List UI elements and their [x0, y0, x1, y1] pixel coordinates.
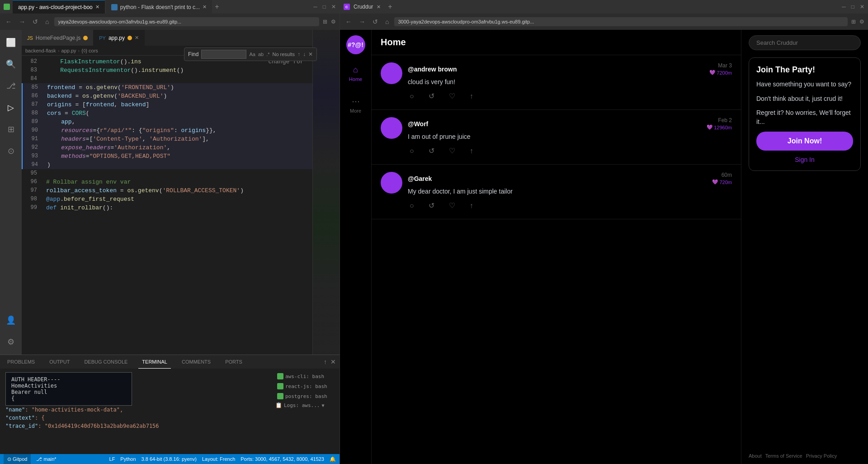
python-tab-close[interactable]: ✕ [203, 4, 207, 10]
statusbar-version[interactable]: 3.8 64-bit (3.8.16: pyenv) [142, 456, 197, 462]
close-btn[interactable]: ✕ [331, 4, 336, 10]
vscode-tab-close[interactable]: ✕ [95, 4, 99, 10]
bash-icon-2 [277, 383, 283, 389]
terminal-close[interactable]: ✕ [330, 358, 336, 365]
activity-debug-icon[interactable]: ▷ [2, 99, 20, 117]
cruddur-maximize[interactable]: □ [851, 4, 854, 10]
cruddur-minimize[interactable]: ─ [842, 4, 846, 10]
cruddur-settings[interactable]: ⚙ [859, 19, 864, 25]
find-input[interactable] [201, 50, 246, 59]
statusbar-ports[interactable]: Ports: 3000, 4567, 5432, 8000, 41523 [241, 456, 324, 462]
tab-terminal[interactable]: TERMINAL [138, 355, 171, 369]
post-garek: @Garek 60m 💜 720m My dear doctor, I am j… [372, 165, 741, 219]
code-editor[interactable]: 82 FlaskInstrumentor().ins change for 83… [22, 56, 312, 355]
share-btn-2[interactable]: ↑ [468, 145, 475, 157]
find-match-case[interactable]: Aa [249, 52, 255, 57]
share-btn-1[interactable]: ↑ [468, 90, 475, 102]
home-btn[interactable]: ⌂ [43, 18, 51, 25]
statusbar-bell[interactable]: 🔔 [330, 456, 336, 462]
minimize-btn[interactable]: ─ [313, 4, 317, 10]
find-whole-word[interactable]: ab [258, 52, 264, 57]
activity-search-icon[interactable]: 🔍 [2, 55, 20, 73]
find-prev[interactable]: ↑ [297, 51, 300, 57]
cruddur-refresh[interactable]: ↺ [371, 18, 380, 25]
footer-terms[interactable]: Terms of Service [765, 453, 802, 459]
tab-debug[interactable]: DEBUG CONSOLE [80, 355, 131, 369]
settings-icon[interactable]: ⚙ [331, 19, 336, 25]
cruddur-address-input[interactable]: 3000-yaya2devops-awscloudpro-om3afrvbu1g… [394, 17, 848, 26]
activity-files-icon[interactable]: ⬜ [2, 33, 20, 52]
terminal-main[interactable]: AUTH HEADER---- HomeActivities Bearer nu… [5, 372, 272, 450]
cruddur-main: #?@! ⌂ Home ⋯ More Home [340, 30, 868, 464]
comment-btn-2[interactable]: ○ [408, 145, 416, 157]
tab-ports[interactable]: PORTS [222, 355, 246, 369]
activity-settings-bottom-icon[interactable]: ⚙ [2, 333, 20, 351]
maximize-btn[interactable]: □ [323, 4, 326, 10]
join-text-3: Regret it? No worries, We'll forget it..… [756, 109, 853, 126]
sidebar-item-more[interactable]: ⋯ More [342, 93, 369, 117]
repost-btn-1[interactable]: ↺ [427, 90, 436, 102]
address-input[interactable]: yaya2devops-awscloudpro-om3afrvbu1g.ws-e… [54, 17, 319, 26]
editor-tab-homefeed[interactable]: JS HomeFeedPage.js [22, 30, 94, 46]
footer-privacy[interactable]: Privacy Policy [806, 453, 837, 459]
refresh-btn[interactable]: ↺ [31, 18, 40, 25]
cruddur-logo[interactable]: #?@! [346, 35, 365, 54]
bash-aws-cli[interactable]: aws-cli: bash [275, 372, 334, 380]
date-worf: Feb 2 [718, 117, 732, 123]
share-btn-3[interactable]: ↑ [468, 199, 475, 212]
py-icon: PY [99, 35, 106, 41]
comment-btn-1[interactable]: ○ [408, 90, 416, 102]
tab-problems[interactable]: PROBLEMS [4, 355, 38, 369]
footer-about[interactable]: About [749, 453, 762, 459]
cruddur-close[interactable]: ✕ [860, 4, 864, 10]
remote-indicator[interactable]: ⊙ Gitpod [4, 454, 31, 464]
activity-extensions-icon[interactable]: ⊞ [2, 120, 20, 138]
statusbar-python[interactable]: Python [120, 456, 136, 462]
signin-link[interactable]: Sign In [756, 156, 853, 163]
cruddur-new-tab[interactable]: + [388, 3, 392, 11]
git-branch[interactable]: ⎇ main* [36, 456, 56, 462]
code-line-93: 93 methods="OPTIONS,GET,HEAD,POST" [22, 152, 312, 161]
cruddur-home[interactable]: ⌂ [383, 18, 391, 25]
activity-git-icon[interactable]: ⎇ [2, 77, 20, 95]
tab-comments[interactable]: COMMENTS [178, 355, 214, 369]
find-next[interactable]: ↓ [303, 51, 306, 57]
repost-btn-3[interactable]: ↺ [427, 199, 436, 212]
logs-aws[interactable]: 📋 Logs: aws... ▼ [275, 402, 334, 408]
cruddur-tab-close[interactable]: ✕ [377, 4, 381, 10]
code-line-84: 84 [22, 75, 312, 83]
join-now-button[interactable]: Join Now! [756, 132, 853, 151]
cruddur-back[interactable]: ← [344, 18, 354, 25]
repost-btn-2[interactable]: ↺ [427, 145, 436, 157]
statusbar-lf[interactable]: LF [109, 456, 115, 462]
like-btn-2[interactable]: ♡ [447, 145, 457, 157]
new-tab-btn[interactable]: + [215, 3, 219, 11]
logs-chevron[interactable]: ▼ [321, 403, 324, 408]
sidebar-item-home[interactable]: ⌂ Home [342, 62, 369, 85]
find-regex[interactable]: .* [266, 52, 269, 57]
editor-tab-apppy[interactable]: PY app.py ✕ [94, 30, 145, 46]
code-line-96: 96 # Rollbar assign env var [22, 178, 312, 186]
cruddur-sidebar: #?@! ⌂ Home ⋯ More [340, 30, 372, 464]
apppy-tab-close[interactable]: ✕ [135, 35, 139, 41]
bash-postgres[interactable]: postgres: bash [275, 392, 334, 400]
browser-tab-vscode[interactable]: app.py - aws-cloud-project-boo ✕ [13, 0, 105, 14]
join-title: Join The Party! [756, 65, 853, 75]
activity-remote-icon[interactable]: ⊙ [2, 142, 20, 160]
find-bar[interactable]: Find Aa ab .* No results ↑ ↓ ✕ [184, 47, 312, 61]
cruddur-forward[interactable]: → [357, 18, 367, 25]
comment-btn-3[interactable]: ○ [408, 199, 416, 212]
tab-output[interactable]: OUTPUT [46, 355, 73, 369]
back-btn[interactable]: ← [4, 18, 14, 25]
activity-account-icon[interactable]: 👤 [2, 311, 20, 329]
bash-react-js[interactable]: react-js: bash [275, 382, 334, 390]
terminal-maximize[interactable]: ↑ [324, 358, 327, 365]
like-btn-3[interactable]: ♡ [447, 199, 457, 212]
browser-tab-label: app.py - aws-cloud-project-boo [18, 4, 93, 10]
search-input[interactable] [749, 35, 861, 50]
statusbar-layout[interactable]: Layout: French [202, 456, 235, 462]
find-close[interactable]: ✕ [308, 51, 312, 57]
forward-btn[interactable]: → [17, 18, 27, 25]
browser-tab-python[interactable]: python - Flask doesn't print to c... ✕ [106, 0, 212, 14]
like-btn-1[interactable]: ♡ [447, 90, 457, 102]
